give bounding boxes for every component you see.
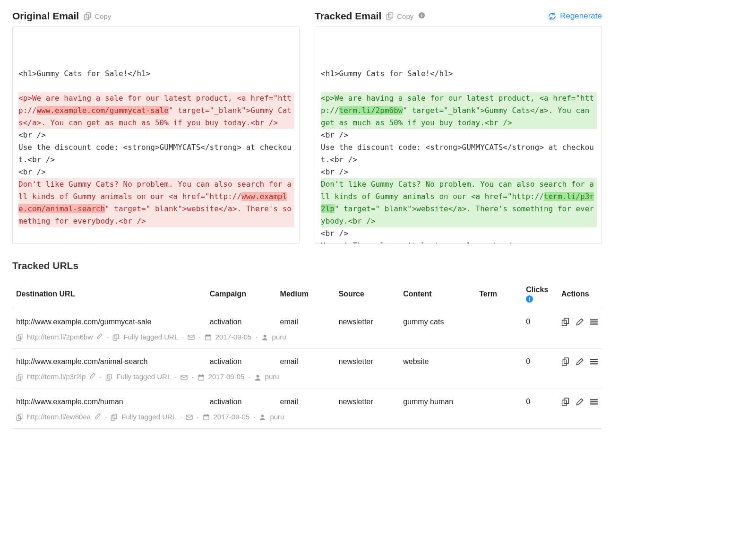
original-email-code-box[interactable]: <h1>Gummy Cats for Sale!</h1> <p>We are … xyxy=(12,26,300,244)
code-line: Hurry! The sale won't last very long.<br… xyxy=(321,240,597,244)
col-content[interactable]: Content xyxy=(399,281,475,309)
row-copy-button[interactable] xyxy=(561,357,570,368)
copy-tagged-icon[interactable] xyxy=(112,333,120,341)
short-url: http://term.li/p3r2lp xyxy=(27,373,86,381)
tracked-urls-title: Tracked URLs xyxy=(12,260,602,271)
cell-content: gummy cats xyxy=(399,309,475,331)
copy-short-icon[interactable] xyxy=(16,333,23,341)
table-row: http://www.example.com/animal-searchacti… xyxy=(12,349,602,371)
short-url: http://term.li/2pm6bw xyxy=(27,333,93,341)
cell-medium: email xyxy=(276,349,335,371)
row-edit-button[interactable] xyxy=(576,318,584,328)
code-line: <br /> xyxy=(18,166,294,178)
tracked-info-icon[interactable] xyxy=(418,12,425,21)
mail-icon xyxy=(186,413,193,421)
edit-short-icon[interactable] xyxy=(94,413,101,421)
cell-medium: email xyxy=(276,309,335,331)
cell-campaign: activation xyxy=(206,349,276,371)
row-edit-button[interactable] xyxy=(576,357,584,368)
tracked-email-title: Tracked Email xyxy=(315,10,381,22)
row-copy-button[interactable] xyxy=(561,398,570,408)
col-clicks[interactable]: Clicks i xyxy=(522,281,558,309)
code-line: Use the discount code: <strong>GUMMYCATS… xyxy=(321,141,597,166)
cell-destination: http://www.example.com/human xyxy=(12,389,206,411)
code-line: Use the discount code: <strong>GUMMYCATS… xyxy=(18,141,294,166)
row-menu-button[interactable] xyxy=(590,357,598,368)
copy-short-icon[interactable] xyxy=(16,373,23,381)
calendar-icon xyxy=(198,373,205,381)
short-url: http://term.li/ew80ea xyxy=(27,413,91,421)
row-copy-button[interactable] xyxy=(561,318,570,328)
col-term[interactable]: Term xyxy=(475,281,522,309)
code-line: <p>We are having a sale for our latest p… xyxy=(321,92,597,129)
cell-source: newsletter xyxy=(335,309,400,331)
copy-original-label: Copy xyxy=(94,12,111,20)
original-email-panel: Original Email Copy <h1>Gummy Cats for S… xyxy=(12,10,300,244)
meta-date: 2017-09-05 xyxy=(208,373,245,381)
col-actions: Actions xyxy=(558,281,602,309)
edit-short-icon[interactable] xyxy=(96,333,103,341)
cell-actions xyxy=(558,389,602,411)
code-line: Don't like Gummy Cats? No problem. You c… xyxy=(18,178,294,227)
cell-medium: email xyxy=(276,389,335,411)
copy-tracked-button[interactable]: Copy xyxy=(386,12,413,20)
clicks-info-icon[interactable]: i xyxy=(526,295,533,303)
row-menu-button[interactable] xyxy=(590,318,598,328)
code-line: <br /> xyxy=(321,166,597,178)
cell-campaign: activation xyxy=(206,309,276,331)
code-line xyxy=(321,55,597,68)
code-line xyxy=(18,55,294,68)
tag-status: Fully tagged URL xyxy=(121,413,176,421)
cell-term xyxy=(475,349,522,371)
col-medium[interactable]: Medium xyxy=(276,281,335,309)
cell-clicks: 0 xyxy=(522,309,558,331)
code-line: Don't like Gummy Cats? No problem. You c… xyxy=(321,178,597,227)
table-meta-row: http://term.li/p3r2lp · Fully tagged URL… xyxy=(12,371,602,389)
meta-user: puru xyxy=(272,333,286,341)
tag-status: Fully tagged URL xyxy=(123,333,178,341)
table-meta-row: http://term.li/2pm6bw · Fully tagged URL… xyxy=(12,331,602,349)
meta-user: puru xyxy=(265,373,279,381)
code-line: <br /> xyxy=(321,129,597,141)
user-icon xyxy=(261,333,268,341)
cell-actions xyxy=(558,309,602,331)
cell-term xyxy=(475,389,522,411)
edit-short-icon[interactable] xyxy=(89,373,96,381)
cell-content: website xyxy=(399,349,475,371)
user-icon xyxy=(259,413,266,421)
tracked-email-panel: Tracked Email Copy Regenerate <h1>Gummy … xyxy=(315,10,602,244)
meta-user: puru xyxy=(270,413,284,421)
copy-tagged-icon[interactable] xyxy=(111,413,118,421)
table-row: http://www.example.com/gummycat-saleacti… xyxy=(12,309,602,331)
copy-tagged-icon[interactable] xyxy=(105,373,112,381)
cell-term xyxy=(475,309,522,331)
code-line xyxy=(321,80,597,92)
code-line: <br /> xyxy=(18,129,294,141)
code-line xyxy=(18,80,294,92)
copy-original-button[interactable]: Copy xyxy=(84,12,111,20)
meta-date: 2017-09-05 xyxy=(215,333,252,341)
row-menu-button[interactable] xyxy=(590,398,598,408)
regenerate-label: Regenerate xyxy=(560,11,602,21)
tracked-urls-table: Destination URL Campaign Medium Source C… xyxy=(12,281,602,429)
row-edit-button[interactable] xyxy=(576,398,584,408)
col-source[interactable]: Source xyxy=(335,281,400,309)
mail-icon xyxy=(180,373,188,381)
mail-icon xyxy=(188,333,195,341)
cell-source: newsletter xyxy=(335,349,400,371)
tracked-email-code-box[interactable]: <h1>Gummy Cats for Sale!</h1> <p>We are … xyxy=(315,26,602,244)
col-campaign[interactable]: Campaign xyxy=(206,281,276,309)
meta-date: 2017-09-05 xyxy=(214,413,250,421)
cell-destination: http://www.example.com/animal-search xyxy=(12,349,206,371)
cell-actions xyxy=(558,349,602,371)
cell-source: newsletter xyxy=(335,389,400,411)
regenerate-button[interactable]: Regenerate xyxy=(548,11,602,21)
table-row: http://www.example.com/humanactivationem… xyxy=(12,389,602,411)
calendar-icon xyxy=(205,333,212,341)
cell-destination: http://www.example.com/gummycat-sale xyxy=(12,309,206,331)
cell-clicks: 0 xyxy=(522,349,558,371)
original-email-title: Original Email xyxy=(12,10,79,22)
copy-short-icon[interactable] xyxy=(16,413,23,421)
col-destination[interactable]: Destination URL xyxy=(12,281,206,309)
code-line: <h1>Gummy Cats for Sale!</h1> xyxy=(321,68,597,80)
